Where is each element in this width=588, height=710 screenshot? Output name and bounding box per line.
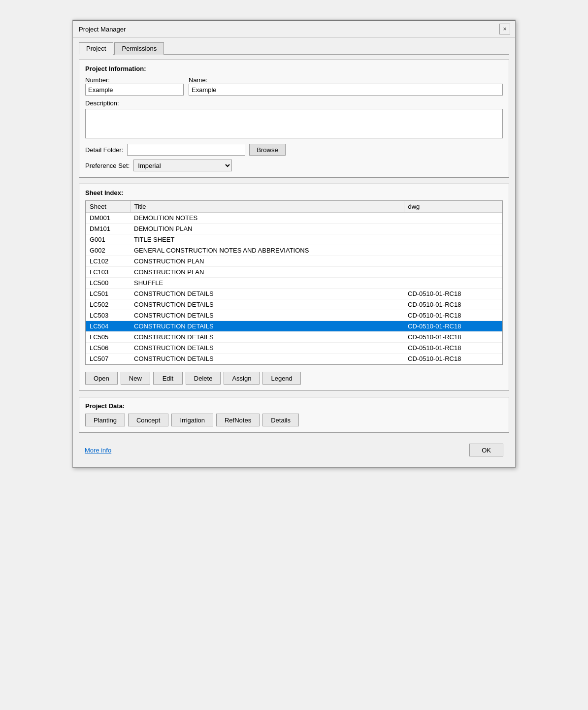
close-button[interactable]: × <box>499 24 510 34</box>
tab-bar: Project Permissions <box>79 42 509 55</box>
name-label: Name: <box>189 76 503 84</box>
project-data-irrigation-button[interactable]: Irrigation <box>171 414 213 426</box>
number-input[interactable] <box>85 84 184 96</box>
project-data-details-button[interactable]: Details <box>262 414 299 426</box>
sheet-index-section: Sheet Index: Sheet Title dwg <box>79 184 509 391</box>
sheet-data-table: DM001DEMOLITION NOTESDM101DEMOLITION PLA… <box>86 213 502 364</box>
table-row[interactable]: LC500SHUFFLE <box>86 278 502 289</box>
cell-title: CONSTRUCTION PLAN <box>130 267 404 278</box>
preference-row: Preference Set: Imperial Metric <box>85 160 503 171</box>
cell-title: GENERAL CONSTRUCTION NOTES AND ABBREVIAT… <box>130 245 404 256</box>
project-data-refnotes-button[interactable]: RefNotes <box>216 414 260 426</box>
table-row[interactable]: LC102CONSTRUCTION PLAN <box>86 256 502 267</box>
table-row[interactable]: LC506CONSTRUCTION DETAILSCD-0510-01-RC18 <box>86 343 502 354</box>
col-header-dwg: dwg <box>404 201 502 213</box>
sheet-table-scroll[interactable]: DM001DEMOLITION NOTESDM101DEMOLITION PLA… <box>86 213 502 364</box>
cell-dwg: CD-0510-01-RC18 <box>404 321 502 332</box>
cell-title: TITLE SHEET <box>130 234 404 245</box>
cell-title: CONSTRUCTION DETAILS <box>130 332 404 343</box>
description-label: Description: <box>85 99 503 107</box>
cell-sheet: LC507 <box>86 354 130 364</box>
number-col: Number: <box>85 76 184 96</box>
cell-sheet: G001 <box>86 234 130 245</box>
ok-button[interactable]: OK <box>469 444 503 456</box>
detail-folder-input[interactable] <box>127 144 245 156</box>
detail-folder-label: Detail Folder: <box>85 146 123 154</box>
table-row[interactable]: LC503CONSTRUCTION DETAILSCD-0510-01-RC18 <box>86 310 502 321</box>
sheet-header-table: Sheet Title dwg <box>86 201 502 213</box>
table-row[interactable]: LC502CONSTRUCTION DETAILSCD-0510-01-RC18 <box>86 299 502 310</box>
table-row[interactable]: G001TITLE SHEET <box>86 234 502 245</box>
cell-sheet: DM101 <box>86 224 130 234</box>
number-name-row: Number: Name: <box>85 76 503 96</box>
tab-project[interactable]: Project <box>79 42 113 55</box>
cell-sheet: LC103 <box>86 267 130 278</box>
bottom-bar: More info OK <box>79 441 509 461</box>
project-info-title: Project Information: <box>85 65 503 72</box>
cell-dwg <box>404 213 502 224</box>
sheet-open-button[interactable]: Open <box>85 372 118 385</box>
table-row[interactable]: LC504CONSTRUCTION DETAILSCD-0510-01-RC18 <box>86 321 502 332</box>
cell-sheet: LC500 <box>86 278 130 289</box>
sheet-buttons: OpenNewEditDeleteAssignLegend <box>85 372 503 385</box>
project-data-title: Project Data: <box>85 402 503 410</box>
description-group: Description: <box>85 99 503 140</box>
cell-title: CONSTRUCTION DETAILS <box>130 343 404 354</box>
cell-dwg: CD-0510-01-RC18 <box>404 343 502 354</box>
cell-sheet: LC505 <box>86 332 130 343</box>
cell-dwg <box>404 245 502 256</box>
sheet-new-button[interactable]: New <box>121 372 150 385</box>
table-row[interactable]: LC507CONSTRUCTION DETAILSCD-0510-01-RC18 <box>86 354 502 364</box>
cell-dwg <box>404 267 502 278</box>
cell-sheet: LC502 <box>86 299 130 310</box>
number-label: Number: <box>85 76 184 84</box>
sheet-assign-button[interactable]: Assign <box>224 372 260 385</box>
table-row[interactable]: LC505CONSTRUCTION DETAILSCD-0510-01-RC18 <box>86 332 502 343</box>
cell-dwg: CD-0510-01-RC18 <box>404 289 502 299</box>
description-wrapper <box>85 109 503 140</box>
cell-title: DEMOLITION NOTES <box>130 213 404 224</box>
sheet-delete-button[interactable]: Delete <box>186 372 221 385</box>
table-row[interactable]: LC501CONSTRUCTION DETAILSCD-0510-01-RC18 <box>86 289 502 299</box>
description-input[interactable] <box>85 109 503 138</box>
cell-sheet: LC503 <box>86 310 130 321</box>
col-header-sheet: Sheet <box>86 201 130 213</box>
cell-dwg <box>404 234 502 245</box>
cell-dwg: CD-0510-01-RC18 <box>404 354 502 364</box>
sheet-legend-button[interactable]: Legend <box>262 372 300 385</box>
cell-sheet: LC504 <box>86 321 130 332</box>
cell-title: CONSTRUCTION DETAILS <box>130 310 404 321</box>
project-manager-dialog: Project Manager × Project Permissions Pr… <box>72 20 516 468</box>
project-data-section: Project Data: PlantingConceptIrrigationR… <box>79 397 509 433</box>
cell-sheet: LC102 <box>86 256 130 267</box>
tab-permissions[interactable]: Permissions <box>114 42 164 55</box>
sheet-edit-button[interactable]: Edit <box>153 372 183 385</box>
sheet-table-area: Sheet Title dwg DM001DEMOLITION NOTESDM1… <box>85 200 503 369</box>
name-col: Name: <box>189 76 503 96</box>
cell-title: CONSTRUCTION DETAILS <box>130 321 404 332</box>
col-header-title: Title <box>130 201 404 213</box>
table-row[interactable]: DM001DEMOLITION NOTES <box>86 213 502 224</box>
project-data-buttons: PlantingConceptIrrigationRefNotesDetails <box>85 414 503 426</box>
cell-title: DEMOLITION PLAN <box>130 224 404 234</box>
table-row[interactable]: LC103CONSTRUCTION PLAN <box>86 267 502 278</box>
title-bar: Project Manager × <box>73 21 515 38</box>
dialog-title: Project Manager <box>79 26 126 33</box>
project-info-section: Project Information: Number: Name: Descr… <box>79 60 509 178</box>
name-input[interactable] <box>189 84 503 96</box>
more-info-link[interactable]: More info <box>85 447 111 454</box>
cell-title: CONSTRUCTION DETAILS <box>130 299 404 310</box>
project-data-planting-button[interactable]: Planting <box>85 414 125 426</box>
preference-select[interactable]: Imperial Metric <box>133 160 232 171</box>
sheet-table-wrapper: Sheet Title dwg DM001DEMOLITION NOTESDM1… <box>85 200 503 365</box>
project-data-concept-button[interactable]: Concept <box>128 414 168 426</box>
cell-title: CONSTRUCTION DETAILS <box>130 289 404 299</box>
table-row[interactable]: DM101DEMOLITION PLAN <box>86 224 502 234</box>
cell-title: CONSTRUCTION DETAILS <box>130 354 404 364</box>
browse-button[interactable]: Browse <box>249 144 285 156</box>
cell-dwg: CD-0510-01-RC18 <box>404 299 502 310</box>
cell-sheet: LC501 <box>86 289 130 299</box>
cell-title: CONSTRUCTION PLAN <box>130 256 404 267</box>
cell-sheet: LC506 <box>86 343 130 354</box>
table-row[interactable]: G002GENERAL CONSTRUCTION NOTES AND ABBRE… <box>86 245 502 256</box>
